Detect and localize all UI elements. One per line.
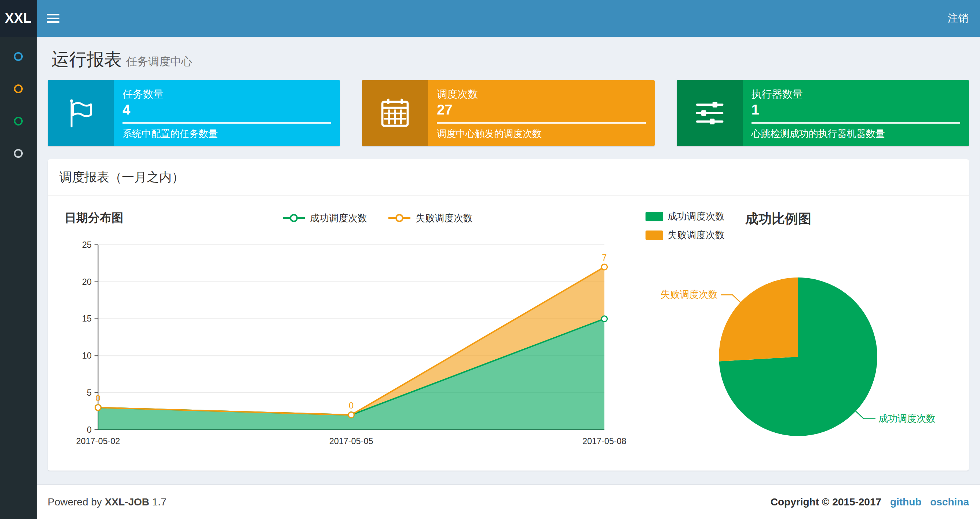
- logout-link[interactable]: 注销: [936, 0, 980, 37]
- app-logo[interactable]: XXL: [0, 0, 37, 37]
- sidebar-toggle-button[interactable]: [37, 0, 70, 37]
- oschina-link[interactable]: oschina: [930, 496, 969, 508]
- legend-label: 成功调度次数: [310, 212, 367, 225]
- github-link[interactable]: github: [890, 496, 922, 508]
- line-chart-svg: 05101520252017-05-022017-05-052017-05-08…: [59, 230, 632, 454]
- svg-text:7: 7: [602, 253, 607, 262]
- sidebar-item-4[interactable]: [0, 137, 37, 169]
- legend-item-success[interactable]: 成功调度次数: [282, 212, 367, 225]
- legend-label: 失败调度次数: [415, 212, 473, 225]
- info-box-divider: [751, 122, 960, 124]
- circle-icon: [14, 117, 23, 126]
- main-footer: Powered by XXL-JOB 1.7 Copyright © 2015-…: [37, 484, 980, 519]
- legend-label: 成功调度次数: [668, 210, 725, 223]
- navbar-spacer: [70, 0, 936, 37]
- pie-swatch-fail: [646, 230, 663, 240]
- info-box-description: 调度中心触发的调度次数: [437, 127, 646, 140]
- info-box-divider: [123, 122, 331, 124]
- svg-text:5: 5: [87, 388, 92, 398]
- circle-icon: [14, 149, 23, 158]
- content-wrapper: 运行报表任务调度中心 任务数量 4 系统中配置的任务数量: [37, 37, 980, 484]
- info-box-content: 任务数量 4 系统中配置的任务数量: [114, 80, 340, 146]
- svg-text:0: 0: [349, 401, 353, 410]
- line-chart-legend: 成功调度次数 失败调度次数: [123, 212, 632, 225]
- page-title: 运行报表任务调度中心: [51, 48, 969, 71]
- svg-text:2017-05-05: 2017-05-05: [329, 436, 373, 446]
- legend-item-fail[interactable]: 失败调度次数: [388, 212, 473, 225]
- sidebar-item-3[interactable]: [0, 105, 37, 137]
- pie-chart-area: 成功调度次数 失败调度次数 成功比例图 成功调度次数失败调度次数: [643, 207, 958, 463]
- info-box-label: 任务数量: [123, 87, 331, 101]
- circle-icon: [14, 85, 23, 93]
- legend-label: 失败调度次数: [668, 229, 725, 241]
- info-box-executors: 执行器数量 1 心跳检测成功的执行器机器数量: [677, 80, 969, 146]
- line-marker-icon: [388, 213, 411, 223]
- info-box-content: 调度次数 27 调度中心触发的调度次数: [428, 80, 654, 146]
- calendar-icon: [362, 80, 428, 146]
- info-box-value: 1: [751, 102, 960, 118]
- hamburger-icon: [47, 18, 59, 19]
- svg-text:25: 25: [82, 240, 92, 249]
- pie-legend-success[interactable]: 成功调度次数: [646, 210, 725, 223]
- svg-text:0: 0: [96, 393, 100, 403]
- copyright-text: Copyright © 2015-2017: [771, 496, 881, 508]
- pie-legend-fail[interactable]: 失败调度次数: [646, 229, 725, 241]
- svg-text:失败调度次数: 失败调度次数: [660, 289, 718, 300]
- svg-text:20: 20: [82, 277, 92, 287]
- top-navbar: XXL 注销: [0, 0, 980, 37]
- svg-text:10: 10: [82, 351, 92, 361]
- info-box-value: 27: [437, 102, 646, 118]
- line-chart-title: 日期分布图: [65, 210, 123, 226]
- info-box-jobs: 任务数量 4 系统中配置的任务数量: [48, 80, 340, 146]
- info-box-label: 执行器数量: [751, 87, 960, 101]
- page-subtitle: 任务调度中心: [126, 56, 192, 67]
- info-box-content: 执行器数量 1 心跳检测成功的执行器机器数量: [743, 80, 969, 146]
- svg-text:2017-05-02: 2017-05-02: [76, 436, 120, 446]
- powered-by-text: Powered by: [48, 496, 102, 508]
- panel-title: 调度报表（一月之内）: [48, 159, 969, 196]
- flag-icon: [48, 80, 114, 146]
- circle-icon: [14, 52, 23, 61]
- report-panel: 调度报表（一月之内） 日期分布图 成功调度次数: [48, 159, 969, 471]
- copyright-area: Copyright © 2015-2017 github oschina: [771, 496, 969, 508]
- powered-by: Powered by XXL-JOB 1.7: [48, 496, 167, 508]
- sidebar: [0, 37, 37, 519]
- svg-text:成功调度次数: 成功调度次数: [878, 413, 935, 424]
- pie-chart-legend: 成功调度次数 失败调度次数: [646, 210, 725, 241]
- info-box-divider: [437, 122, 646, 124]
- sliders-icon: [677, 80, 743, 146]
- info-box-description: 系统中配置的任务数量: [123, 127, 331, 140]
- svg-text:0: 0: [87, 425, 92, 434]
- product-name: XXL-JOB: [105, 496, 149, 508]
- pie-swatch-success: [646, 212, 663, 221]
- line-chart-area: 日期分布图 成功调度次数: [59, 207, 632, 463]
- info-box-label: 调度次数: [437, 87, 646, 101]
- product-version: 1.7: [152, 496, 167, 508]
- info-box-value: 4: [123, 102, 331, 118]
- line-marker-icon: [282, 213, 305, 223]
- svg-text:15: 15: [82, 314, 92, 323]
- sidebar-item-1[interactable]: [0, 40, 37, 73]
- info-box-triggers: 调度次数 27 调度中心触发的调度次数: [362, 80, 654, 146]
- info-box-row: 任务数量 4 系统中配置的任务数量: [48, 80, 969, 146]
- svg-text:2017-05-08: 2017-05-08: [582, 436, 627, 446]
- info-box-description: 心跳检测成功的执行器机器数量: [751, 127, 960, 140]
- pie-chart-title: 成功比例图: [745, 210, 811, 228]
- panel-body: 日期分布图 成功调度次数: [48, 196, 969, 471]
- sidebar-item-2[interactable]: [0, 73, 37, 105]
- pie-chart-svg: 成功调度次数失败调度次数: [643, 243, 958, 463]
